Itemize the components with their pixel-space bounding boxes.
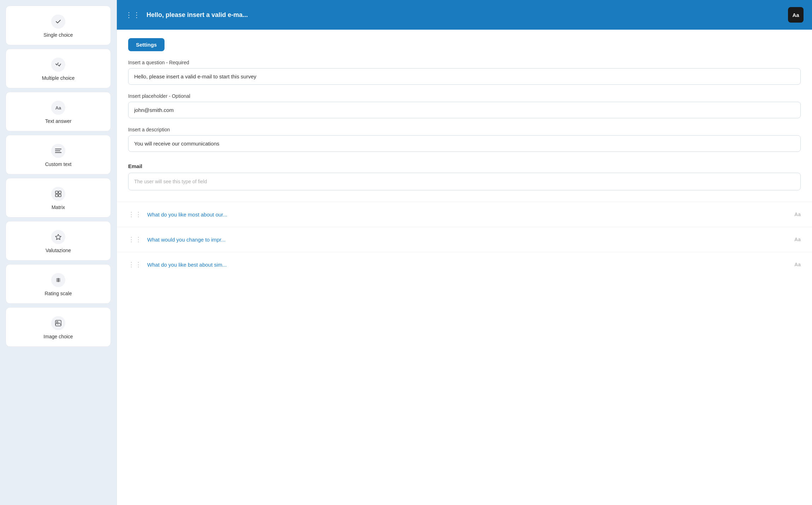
question-row-0-drag-handle[interactable]: ⋮⋮ [128, 210, 142, 218]
question-row-1[interactable]: ⋮⋮ What would you change to impr... Aa [117, 227, 812, 252]
rating-scale-icon [51, 273, 65, 287]
sidebar-item-multiple-choice-label: Multiple choice [42, 75, 75, 81]
question-field-input[interactable] [128, 68, 801, 85]
sidebar-item-text-answer[interactable]: Aa Text answer [6, 92, 111, 131]
question-field-label: Insert a question - Required [128, 60, 801, 65]
sidebar-item-single-choice-label: Single choice [43, 32, 73, 38]
question-row-0-aa: Aa [794, 212, 801, 217]
email-section: Email The user will see this type of fie… [128, 163, 801, 190]
svg-point-13 [56, 321, 58, 323]
question-row-2[interactable]: ⋮⋮ What do you like best about sim... Aa [117, 252, 812, 277]
question-row-0-title: What do you like most about our... [147, 212, 227, 218]
svg-rect-12 [55, 320, 61, 326]
valutazione-icon [51, 230, 65, 244]
question-row-1-drag-handle[interactable]: ⋮⋮ [128, 236, 142, 243]
sidebar-item-multiple-choice[interactable]: Multiple choice [6, 49, 111, 88]
sidebar: Single choice Multiple choice Aa Text an… [0, 0, 117, 505]
sidebar-item-valutazione-label: Valutazione [46, 248, 71, 253]
placeholder-field-section: Insert placeholder - Optional [128, 93, 801, 118]
question-row-2-aa: Aa [794, 262, 801, 267]
sidebar-item-rating-scale-label: Rating scale [44, 291, 72, 296]
description-field-input[interactable] [128, 135, 801, 152]
text-answer-icon: Aa [51, 101, 65, 115]
sidebar-item-rating-scale[interactable]: Rating scale [6, 264, 111, 304]
custom-text-icon [51, 144, 65, 158]
main-panel: ⋮⋮ Hello, please insert a valid e-ma... … [117, 0, 812, 505]
question-row-1-title: What would you change to impr... [147, 237, 226, 243]
placeholder-field-label: Insert placeholder - Optional [128, 93, 801, 99]
sidebar-item-valutazione[interactable]: Valutazione [6, 221, 111, 261]
single-choice-icon [51, 14, 65, 29]
sidebar-item-image-choice-label: Image choice [43, 334, 73, 339]
active-question-header: ⋮⋮ Hello, please insert a valid e-ma... … [117, 0, 812, 30]
sidebar-item-matrix[interactable]: Matrix [6, 178, 111, 218]
question-field-section: Insert a question - Required [128, 60, 801, 85]
header-drag-handle[interactable]: ⋮⋮ [125, 11, 141, 19]
sidebar-item-custom-text-label: Custom text [45, 161, 72, 167]
svg-rect-5 [55, 194, 58, 197]
email-section-label: Email [128, 163, 801, 169]
svg-rect-6 [59, 194, 61, 197]
matrix-icon [51, 187, 65, 201]
email-preview-field: The user will see this type of field [128, 173, 801, 190]
aa-badge-active[interactable]: Aa [788, 7, 804, 23]
settings-area: Settings Insert a question - Required In… [117, 30, 812, 152]
placeholder-field-input[interactable] [128, 102, 801, 118]
sidebar-item-matrix-label: Matrix [52, 204, 65, 210]
question-row-0[interactable]: ⋮⋮ What do you like most about our... Aa [117, 202, 812, 227]
active-question-title: Hello, please insert a valid e-ma... [141, 11, 788, 19]
question-row-2-drag-handle[interactable]: ⋮⋮ [128, 261, 142, 268]
image-choice-icon [51, 316, 65, 330]
description-field-section: Insert a description [128, 127, 801, 152]
multiple-choice-icon [51, 58, 65, 72]
svg-rect-4 [59, 191, 61, 194]
description-field-label: Insert a description [128, 127, 801, 132]
svg-rect-3 [55, 191, 58, 194]
question-row-2-title: What do you like best about sim... [147, 262, 227, 268]
question-row-1-aa: Aa [794, 237, 801, 242]
sidebar-item-custom-text[interactable]: Custom text [6, 135, 111, 174]
settings-button[interactable]: Settings [128, 38, 165, 51]
other-questions-list: ⋮⋮ What do you like most about our... Aa… [117, 202, 812, 277]
sidebar-item-image-choice[interactable]: Image choice [6, 307, 111, 347]
sidebar-item-text-answer-label: Text answer [45, 118, 72, 124]
sidebar-item-single-choice[interactable]: Single choice [6, 6, 111, 45]
svg-marker-7 [55, 234, 61, 240]
